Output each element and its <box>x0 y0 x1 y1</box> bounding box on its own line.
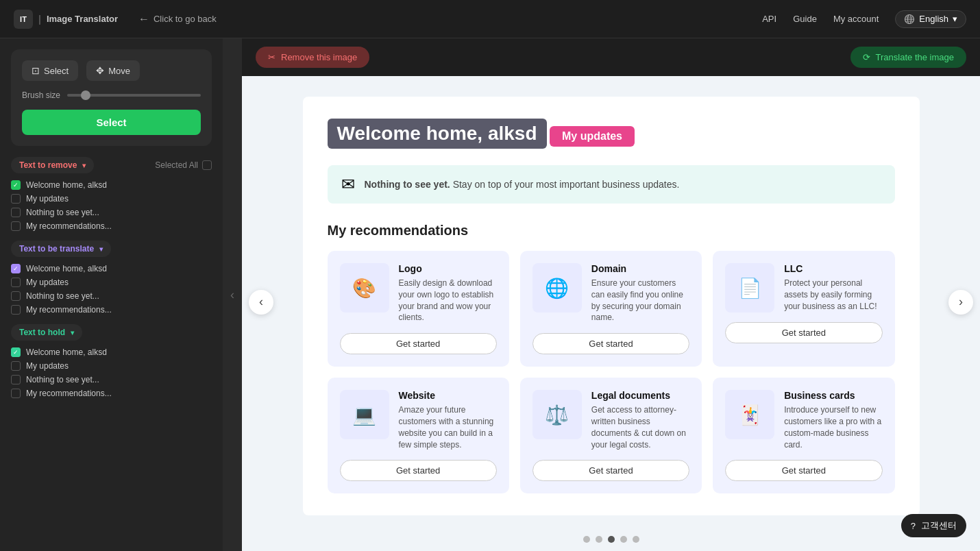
get-started-button[interactable]: Get started <box>532 333 689 354</box>
tool-buttons: ⊡ Select ✥ Move <box>22 60 201 81</box>
remove-tag-label: Text to remove <box>19 160 77 170</box>
recommendations-title: My recommendations <box>328 223 895 238</box>
translate-tag[interactable]: Text to be translate ▾ <box>11 241 111 257</box>
item-label: My updates <box>26 361 69 371</box>
left-panel: ⊡ Select ✥ Move Brush size Select Tex <box>0 38 223 551</box>
card-desc: Get access to attorney-written business … <box>591 404 689 450</box>
get-started-button[interactable]: Get started <box>340 333 497 354</box>
carousel-left-arrow[interactable]: ‹ <box>249 290 273 315</box>
text-to-translate-section: Text to be translate ▾ Welcome home, alk… <box>11 241 212 315</box>
get-started-button[interactable]: Get started <box>340 460 497 481</box>
item-checkbox[interactable] <box>11 278 21 287</box>
card-title: Domain <box>591 263 689 274</box>
list-item: Nothing to see yet... <box>11 375 212 384</box>
selected-all-label: Selected All <box>155 160 212 170</box>
list-item: Nothing to see yet... <box>11 208 212 217</box>
item-label: Welcome home, alksd <box>26 180 107 190</box>
language-button[interactable]: English ▾ <box>895 10 966 28</box>
hold-caret-icon: ▾ <box>71 329 74 336</box>
list-item: Nothing to see yet... <box>11 291 212 301</box>
item-checkbox[interactable] <box>11 347 21 357</box>
panel-collapse-button[interactable]: ‹ <box>223 38 242 551</box>
item-checkbox[interactable] <box>11 208 21 217</box>
item-checkbox[interactable] <box>11 264 21 273</box>
back-arrow-icon: ← <box>138 13 149 25</box>
move-tool-icon: ✥ <box>96 65 104 76</box>
notification-box: ✉ Nothing to see yet. Stay on top of you… <box>328 165 895 204</box>
item-checkbox[interactable] <box>11 305 21 315</box>
item-checkbox[interactable] <box>11 194 21 204</box>
item-checkbox[interactable] <box>11 361 21 371</box>
card-top: 🎨 Logo Easily design & download your own… <box>340 263 497 323</box>
item-label: Nothing to see yet... <box>26 208 99 217</box>
text-to-remove-section: Text to remove ▾ Selected All Welcome ho… <box>11 157 212 231</box>
item-label: My recommendations... <box>26 305 112 315</box>
move-tool-button[interactable]: ✥ Move <box>86 60 140 81</box>
translate-image-button[interactable]: ⟳ Translate the image <box>850 47 966 68</box>
nav-dot[interactable] <box>633 536 639 543</box>
select-all-checkbox[interactable] <box>202 160 212 170</box>
card-top: 💻 Website Amaze your future customers wi… <box>340 390 497 450</box>
select-tool-label: Select <box>44 66 69 76</box>
card-top: 📄 LLC Protect your personal assets by ea… <box>725 263 882 313</box>
card-icon: 📄 <box>725 263 774 313</box>
nav-dot[interactable] <box>620 536 627 543</box>
cards-grid: 🎨 Logo Easily design & download your own… <box>328 251 895 493</box>
carousel-right-arrow[interactable]: › <box>948 290 973 315</box>
item-label: Welcome home, alksd <box>26 347 107 357</box>
main-select-button[interactable]: Select <box>22 110 201 135</box>
card-top: 🃏 Business cards Introduce yourself to n… <box>725 390 882 450</box>
get-started-button[interactable]: Get started <box>725 322 882 343</box>
brush-slider[interactable] <box>67 94 201 97</box>
item-checkbox[interactable] <box>11 375 21 384</box>
card-title: Business cards <box>784 390 882 401</box>
item-label: My updates <box>26 194 69 204</box>
item-checkbox[interactable] <box>11 180 21 190</box>
list-item: Welcome home, alksd <box>11 347 212 357</box>
card-title: LLC <box>784 263 882 274</box>
card-logo: 🎨 Logo Easily design & download your own… <box>328 251 509 367</box>
selected-all-text: Selected All <box>155 160 198 170</box>
brush-size-row: Brush size <box>22 90 201 100</box>
notification-bold: Nothing to see yet. <box>365 179 450 190</box>
mock-webpage: Welcome home, alksd My updates ✉ Nothing… <box>303 97 920 515</box>
account-link[interactable]: My account <box>833 14 879 24</box>
list-item: My updates <box>11 278 212 287</box>
customer-service-badge[interactable]: ? 고객센터 <box>901 514 966 537</box>
remove-image-label: Remove this image <box>281 52 357 62</box>
nav-dots <box>242 528 980 551</box>
guide-link[interactable]: Guide <box>793 14 817 24</box>
logo-area: IT | Image Translator <box>14 10 118 29</box>
nav-dot[interactable] <box>596 536 602 543</box>
lang-caret-icon: ▾ <box>953 14 957 24</box>
hold-tag[interactable]: Text to hold ▾ <box>11 324 82 341</box>
item-label: My recommendations... <box>26 221 112 231</box>
get-started-button[interactable]: Get started <box>725 460 882 481</box>
logo-separator: | <box>38 14 41 25</box>
nav-dot-active[interactable] <box>608 536 615 543</box>
card-info: Website Amaze your future customers with… <box>399 390 497 450</box>
back-label: Click to go back <box>154 14 217 24</box>
move-tool-label: Move <box>108 66 130 76</box>
back-button[interactable]: ← Click to go back <box>138 13 217 25</box>
remove-icon: ✂ <box>268 52 275 62</box>
item-checkbox[interactable] <box>11 221 21 231</box>
remove-image-button[interactable]: ✂ Remove this image <box>256 47 369 68</box>
nav-dot[interactable] <box>583 536 590 543</box>
translate-icon: ⟳ <box>863 52 870 62</box>
right-content: ✂ Remove this image ⟳ Translate the imag… <box>242 38 980 551</box>
nav-right: API Guide My account English ▾ <box>762 10 966 28</box>
card-desc: Amaze your future customers with a stunn… <box>399 404 497 450</box>
item-checkbox[interactable] <box>11 291 21 301</box>
translate-tag-label: Text to be translate <box>19 244 94 254</box>
item-checkbox[interactable] <box>11 389 21 398</box>
get-started-button[interactable]: Get started <box>532 460 689 481</box>
api-link[interactable]: API <box>762 14 776 24</box>
item-label: Nothing to see yet... <box>26 291 99 301</box>
updates-tag: My updates <box>550 126 635 147</box>
remove-tag[interactable]: Text to remove ▾ <box>11 157 94 173</box>
notification-icon: ✉ <box>341 175 355 194</box>
select-tool-button[interactable]: ⊡ Select <box>22 60 78 81</box>
notification-rest: Stay on top of your most important busin… <box>453 179 680 190</box>
remove-section-header: Text to remove ▾ Selected All <box>11 157 212 173</box>
